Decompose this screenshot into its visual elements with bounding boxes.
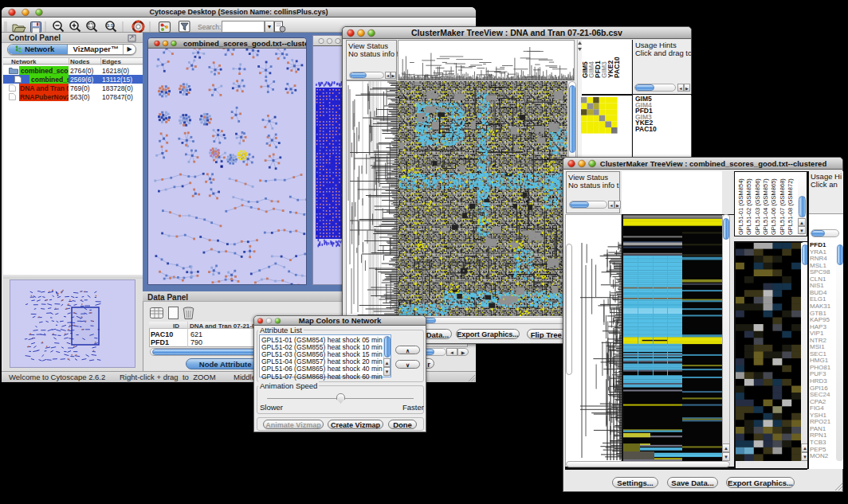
svg-text:GPL51-03 (GSM856): GPL51-03 (GSM856) — [754, 178, 761, 235]
svg-text:PAC10: PAC10 — [613, 57, 621, 78]
svg-text:GPL51-08 (GSM872): GPL51-08 (GSM872) — [787, 178, 794, 235]
svg-text:GPL51-04 (GSM857): GPL51-04 (GSM857) — [762, 178, 769, 235]
svg-text:GPL51-02 (GSM855): GPL51-02 (GSM855) — [745, 178, 752, 235]
svg-text:1:1: 1:1 — [107, 23, 113, 28]
svg-text:GPL51-07 (GSM868): GPL51-07 (GSM868) — [779, 178, 786, 235]
svg-text:GPL51-01 (GSM854): GPL51-01 (GSM854) — [737, 178, 744, 235]
svg-text:GPL51-06 (GSM865): GPL51-06 (GSM865) — [770, 178, 777, 235]
